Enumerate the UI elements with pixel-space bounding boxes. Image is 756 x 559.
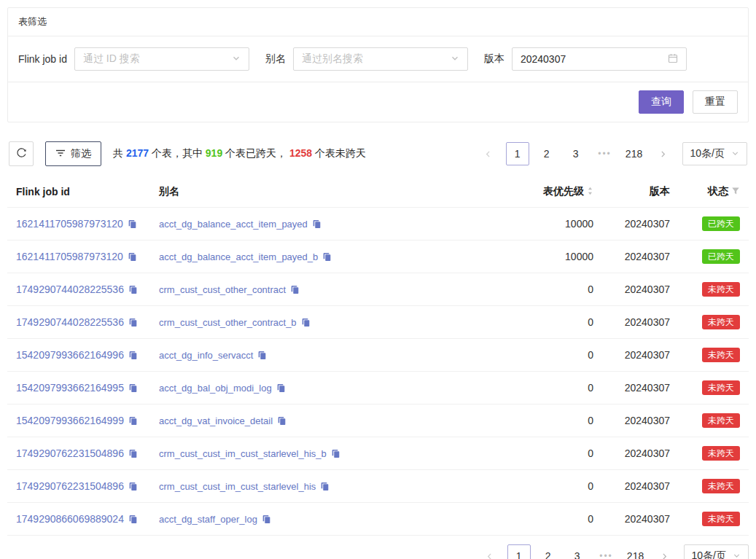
summary-text: 个表，其中: [149, 147, 206, 159]
funnel-filter-icon[interactable]: [731, 186, 740, 198]
alias-select[interactable]: 通过别名搜索: [293, 47, 468, 71]
flink-job-id-link[interactable]: 1749290866069889024: [16, 513, 138, 525]
copy-icon[interactable]: [290, 285, 300, 294]
copy-icon[interactable]: [128, 416, 138, 426]
page-size-label: 10条/页: [692, 550, 726, 559]
copy-icon[interactable]: [262, 515, 271, 524]
copy-icon[interactable]: [320, 482, 330, 491]
query-button[interactable]: 查询: [639, 90, 684, 114]
flink-job-id-link[interactable]: 1542097993662164999: [16, 415, 138, 426]
summary-crossed: 919: [206, 147, 222, 159]
column-header-priority[interactable]: 表优先级: [499, 185, 593, 198]
table-row: 1542097993662164995 acct_dg_bal_obj_modi…: [7, 372, 749, 404]
pagination-page-3[interactable]: 3: [564, 142, 588, 165]
page-size-select[interactable]: 10条/页: [684, 544, 749, 559]
pagination-page-2[interactable]: 2: [535, 142, 558, 165]
pagination-prev[interactable]: [477, 142, 500, 165]
status-badge: 未跨天: [702, 512, 740, 526]
flink-job-id-link[interactable]: 1621411705987973120: [16, 218, 137, 230]
flink-job-id-link[interactable]: 1621411705987973120: [16, 251, 137, 262]
copy-icon[interactable]: [128, 252, 137, 262]
status-badge: 未跨天: [702, 380, 740, 395]
flink-job-id-link[interactable]: 1749290744028225536: [16, 316, 138, 328]
alias-link[interactable]: acct_dg_info_servacct: [159, 350, 267, 361]
alias-link[interactable]: crm_cust_cust_other_contract_b: [159, 317, 311, 328]
status-badge: 未跨天: [702, 413, 740, 428]
cell-alias: crm_cust_cust_im_cust_starlevel_his_b: [159, 447, 499, 459]
alias-link[interactable]: crm_cust_cust_im_cust_starlevel_his_b: [159, 448, 340, 459]
pagination-bottom: 1 2 3 ••• 218 10条/页: [7, 544, 749, 559]
cell-status: 未跨天: [670, 446, 740, 461]
cell-flink-job-id: 1542097993662164995: [16, 382, 159, 394]
pagination-next[interactable]: [653, 544, 677, 559]
alias-link[interactable]: acct_dg_bal_obj_modi_log: [159, 383, 286, 394]
version-date-picker[interactable]: 20240307: [512, 47, 687, 71]
copy-icon[interactable]: [128, 351, 138, 360]
filter-button-label: 筛选: [71, 147, 91, 160]
reset-button[interactable]: 重置: [693, 90, 738, 114]
copy-icon[interactable]: [312, 219, 322, 229]
copy-icon[interactable]: [128, 219, 137, 229]
pagination-page-2[interactable]: 2: [537, 544, 560, 559]
pagination-prev[interactable]: [478, 544, 502, 559]
copy-icon[interactable]: [257, 351, 267, 360]
cell-flink-job-id: 1621411705987973120: [16, 218, 159, 230]
flink-job-id-link[interactable]: 1749290762231504896: [16, 480, 138, 492]
copy-icon[interactable]: [128, 318, 138, 327]
page-size-select[interactable]: 10条/页: [682, 142, 747, 165]
copy-icon[interactable]: [128, 515, 138, 524]
filter-card: 表筛选 Flink job id 通过 ID 搜索 别名 通过别名搜索: [7, 7, 749, 122]
cell-version: 20240307: [593, 349, 670, 361]
cell-status: 未跨天: [670, 282, 740, 297]
flink-job-id-link[interactable]: 1749290762231504896: [16, 447, 138, 459]
flink-job-id-link[interactable]: 1542097993662164996: [16, 349, 138, 361]
flink-job-id-link[interactable]: 1542097993662164995: [16, 382, 138, 394]
alias-link[interactable]: acct_dg_balance_acct_item_payed_b: [159, 251, 332, 262]
status-badge: 未跨天: [702, 479, 740, 493]
cell-alias: acct_dg_info_servacct: [159, 349, 499, 361]
alias-link[interactable]: crm_cust_cust_other_contract: [159, 284, 300, 295]
pagination-page-1[interactable]: 1: [506, 142, 529, 165]
alias-link[interactable]: acct_dg_balance_acct_item_payed: [159, 219, 322, 230]
copy-icon[interactable]: [322, 252, 332, 262]
copy-icon[interactable]: [128, 482, 138, 491]
pagination-page-1[interactable]: 1: [507, 544, 531, 559]
chevron-down-icon: [731, 148, 739, 160]
pagination-ellipsis[interactable]: •••: [595, 544, 618, 559]
copy-icon[interactable]: [128, 383, 138, 393]
flink-job-id-link[interactable]: 1749290744028225536: [16, 284, 138, 295]
column-header-status[interactable]: 状态: [670, 185, 740, 198]
pagination-page-last[interactable]: 218: [623, 142, 646, 165]
column-header-job-id: Flink job id: [16, 186, 159, 198]
sort-icon[interactable]: [587, 186, 593, 198]
table-header-row: Flink job id 别名 表优先级 版本 状态: [7, 176, 749, 208]
column-header-status-label: 状态: [708, 185, 728, 198]
job-id-select[interactable]: 通过 ID 搜索: [74, 47, 249, 71]
copy-icon[interactable]: [331, 449, 340, 458]
alias-link[interactable]: acct_dg_staff_oper_log: [159, 514, 271, 525]
cell-flink-job-id: 1542097993662164999: [16, 415, 159, 426]
alias-link[interactable]: crm_cust_cust_im_cust_starlevel_his: [159, 481, 330, 492]
copy-icon[interactable]: [277, 416, 287, 426]
copy-icon[interactable]: [128, 285, 138, 294]
cell-priority: 0: [499, 284, 593, 295]
cell-status: 未跨天: [670, 348, 740, 362]
cell-status: 未跨天: [670, 479, 740, 493]
cell-priority: 0: [499, 415, 593, 426]
table-row: 1621411705987973120 acct_dg_balance_acct…: [7, 208, 749, 241]
pagination-top: 1 2 3 ••• 218 10条/页: [477, 142, 747, 165]
chevron-down-icon: [451, 53, 459, 65]
alias-link[interactable]: acct_dg_vat_invoice_detail: [159, 415, 287, 426]
pagination-page-3[interactable]: 3: [566, 544, 589, 559]
copy-icon[interactable]: [301, 318, 311, 327]
job-id-label: Flink job id: [18, 53, 67, 65]
copy-icon[interactable]: [128, 449, 138, 458]
pagination-ellipsis[interactable]: •••: [593, 142, 617, 165]
refresh-button[interactable]: [9, 141, 34, 166]
copy-icon[interactable]: [276, 383, 286, 393]
filter-button[interactable]: 筛选: [45, 141, 101, 166]
pagination-next[interactable]: [652, 142, 675, 165]
cell-version: 20240307: [593, 382, 670, 394]
pagination-page-last[interactable]: 218: [624, 544, 647, 559]
cell-status: 未跨天: [670, 315, 740, 329]
